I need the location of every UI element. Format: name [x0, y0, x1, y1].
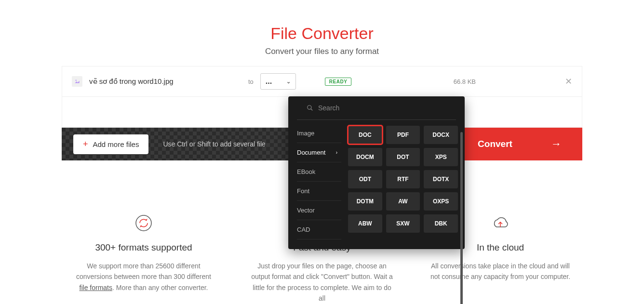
category-image[interactable]: Image [297, 124, 341, 143]
format-aw[interactable]: AW [386, 192, 420, 211]
file-size: 66.8 KB [454, 78, 476, 85]
format-abw[interactable]: ABW [348, 214, 382, 233]
svg-line-3 [311, 109, 313, 111]
category-ebook[interactable]: EBook [297, 162, 341, 182]
format-grid: DOCPDFDOCXDOCMDOTXPSODTRTFDOTXDOTMAWOXPS… [341, 124, 465, 239]
page-subtitle: Convert your files to any format [0, 47, 644, 56]
image-file-icon [72, 76, 82, 87]
convert-label: Convert [478, 139, 512, 149]
add-more-label: Add more files [93, 140, 139, 148]
format-select[interactable]: ... ⌄ [260, 73, 296, 90]
feature-desc: We support more than 25600 different con… [71, 261, 216, 293]
format-select-value: ... [266, 77, 272, 86]
format-dotx[interactable]: DOTX [424, 170, 458, 188]
plus-icon: + [83, 139, 88, 149]
format-docm[interactable]: DOCM [348, 148, 382, 166]
search-row [297, 96, 456, 120]
format-xps[interactable]: XPS [424, 148, 458, 166]
page-title: File Converter [0, 24, 644, 43]
feature-title: 300+ formats supported [71, 242, 216, 253]
svg-point-2 [308, 106, 311, 109]
convert-button[interactable]: Convert → [457, 128, 582, 160]
search-input[interactable] [318, 104, 446, 112]
format-docx[interactable]: DOCX [424, 126, 458, 144]
format-pdf[interactable]: PDF [386, 126, 420, 144]
file-name: vẽ sơ đồ trong word10.jpg [89, 77, 248, 86]
arrow-right-icon: → [551, 138, 562, 150]
feature-formats: 300+ formats supported We support more t… [71, 213, 216, 304]
format-dropdown: ImageDocument›EBookFontVectorCAD DOCPDFD… [288, 96, 465, 249]
svg-point-1 [136, 215, 151, 231]
refresh-icon [134, 213, 153, 233]
to-label: to [248, 78, 254, 85]
category-list: ImageDocument›EBookFontVectorCAD [288, 124, 341, 239]
format-doc[interactable]: DOC [348, 126, 382, 144]
add-more-button[interactable]: + Add more files [73, 134, 148, 154]
svg-point-0 [76, 80, 77, 81]
close-icon[interactable]: ✕ [565, 76, 572, 87]
format-dotm[interactable]: DOTM [348, 192, 382, 211]
category-document[interactable]: Document› [297, 143, 341, 162]
chevron-right-icon: › [336, 150, 337, 155]
format-odt[interactable]: ODT [348, 170, 382, 188]
cloud-upload-icon [491, 213, 510, 233]
format-dbk[interactable]: DBK [424, 214, 458, 233]
feature-desc: All conversions take place in the cloud … [428, 261, 573, 282]
file-row: vẽ sơ đồ trong word10.jpg to ... ⌄ READY… [62, 66, 582, 97]
format-sxw[interactable]: SXW [386, 214, 420, 233]
chevron-down-icon: ⌄ [286, 79, 291, 85]
file-formats-link[interactable]: file formats [80, 284, 112, 291]
feature-desc: Just drop your files on the page, choose… [250, 261, 394, 304]
hint-text: Use Ctrl or Shift to add several file [163, 140, 265, 148]
search-icon [307, 105, 313, 111]
category-font[interactable]: Font [297, 182, 341, 201]
format-dot[interactable]: DOT [386, 148, 420, 166]
category-cad[interactable]: CAD [297, 220, 341, 239]
category-vector[interactable]: Vector [297, 201, 341, 220]
status-badge: READY [325, 78, 352, 86]
format-rtf[interactable]: RTF [386, 170, 420, 188]
format-oxps[interactable]: OXPS [424, 192, 458, 211]
scrollbar[interactable] [460, 132, 463, 304]
